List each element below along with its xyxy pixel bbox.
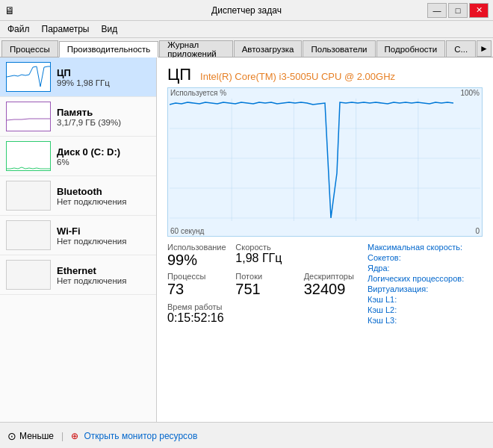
menu-bar: Файл Параметры Вид (0, 21, 493, 38)
tab-users[interactable]: Пользователи (303, 40, 375, 57)
detail-subtitle: Intel(R) Core(TM) i3-5005U CPU @ 2.00GHz (200, 71, 395, 82)
l3-label: Кэш L3: (368, 316, 483, 325)
tab-more[interactable]: С... (446, 40, 476, 57)
usage-label: Использование (167, 243, 226, 252)
chart-label-60s: 60 секунд (170, 227, 204, 235)
stat-empty (304, 243, 363, 269)
cpu-chart: Используется % 100% 60 секунд 0 (167, 87, 483, 237)
info-right: Максимальная скорость: Сокетов: Ядра: Ло… (363, 243, 483, 325)
disk-label: Диск 0 (C: D:) (57, 146, 150, 158)
title-bar-controls: — □ ✕ (427, 3, 489, 18)
bottom-divider: | (61, 431, 63, 441)
close-button[interactable]: ✕ (469, 3, 489, 18)
sockets-label: Сокетов: (368, 253, 483, 262)
sidebar-item-memory[interactable]: Память 3,1/7,9 ГБ (39%) (0, 97, 156, 137)
ethernet-label: Ethernet (57, 265, 150, 276)
wifi-value: Нет подключения (57, 237, 150, 246)
detail-header: ЦП Intel(R) Core(TM) i3-5005U CPU @ 2.00… (167, 65, 483, 84)
handles-value: 32409 (304, 281, 363, 298)
title-bar-left: 🖥 (4, 4, 15, 16)
virt-label: Виртуализация: (368, 284, 483, 293)
tab-performance[interactable]: Производительность (59, 41, 159, 57)
tab-processes[interactable]: Процессы (1, 40, 58, 57)
less-button[interactable]: ⊙ Меньше (7, 430, 54, 442)
sidebar: ЦП 99% 1,98 ГГц Память 3,1/7,9 ГБ (39%) (0, 57, 157, 422)
minimize-button[interactable]: — (427, 3, 447, 18)
handles-label: Дескрипторы (304, 272, 363, 281)
uptime-value: 0:15:52:16 (167, 311, 363, 325)
stat-usage: Использование 99% (167, 243, 226, 269)
sidebar-item-wifi[interactable]: Wi-Fi Нет подключения (0, 216, 156, 255)
up-arrow-icon: ⊙ (7, 430, 16, 442)
tab-startup[interactable]: Автозагрузка (234, 40, 303, 57)
wifi-thumbnail (6, 220, 51, 250)
stats-area: Использование 99% Скорость 1,98 ГГц Проц… (167, 243, 483, 325)
stat-speed: Скорость 1,98 ГГц (235, 243, 294, 269)
mem-label: Память (57, 107, 150, 118)
disk-info: Диск 0 (C: D:) 6% (57, 146, 150, 167)
logical-label: Логических процессоров: (368, 274, 483, 283)
monitor-icon: ⊕ (71, 431, 78, 441)
usage-value: 99% (167, 252, 226, 269)
bluetooth-label: Bluetooth (57, 186, 150, 197)
stat-threads: Потоки 751 (235, 272, 294, 298)
speed-label: Скорость (235, 243, 294, 252)
threads-label: Потоки (235, 272, 294, 281)
sidebar-item-bluetooth[interactable]: Bluetooth Нет подключения (0, 176, 156, 216)
app-icon: 🖥 (4, 4, 15, 16)
cpu-chart-svg (168, 88, 482, 230)
wifi-label: Wi-Fi (57, 225, 150, 237)
menu-params[interactable]: Параметры (37, 22, 94, 36)
detail-title: ЦП (167, 65, 191, 84)
tab-details[interactable]: Подробности (376, 40, 446, 57)
threads-value: 751 (235, 281, 294, 298)
open-monitor-link[interactable]: ⊕ Открыть монитор ресурсов (71, 431, 197, 441)
bluetooth-thumbnail (6, 181, 51, 211)
main-content: ЦП 99% 1,98 ГГц Память 3,1/7,9 ГБ (39%) (0, 57, 493, 422)
sidebar-item-disk[interactable]: Диск 0 (C: D:) 6% (0, 137, 156, 176)
processes-label: Процессы (167, 272, 226, 281)
ethernet-value: Нет подключения (57, 276, 150, 285)
mem-thumbnail (6, 102, 51, 131)
sidebar-item-ethernet[interactable]: Ethernet Нет подключения (0, 255, 156, 295)
ethernet-info: Ethernet Нет подключения (57, 265, 150, 285)
window-title: Диспетчер задач (211, 5, 282, 16)
ethernet-thumbnail (6, 260, 51, 290)
cores-label: Ядра: (368, 264, 483, 273)
tabs-bar: Процессы Производительность Журнал прило… (0, 38, 493, 57)
cpu-mini-chart (7, 63, 50, 91)
bottom-bar: ⊙ Меньше | ⊕ Открыть монитор ресурсов (0, 422, 493, 448)
title-bar: 🖥 Диспетчер задач — □ ✕ (0, 0, 493, 21)
disk-value: 6% (57, 158, 150, 167)
tab-app-history[interactable]: Журнал приложений (159, 40, 232, 57)
stats-left: Использование 99% Скорость 1,98 ГГц Проц… (167, 243, 363, 325)
mem-info: Память 3,1/7,9 ГБ (39%) (57, 107, 150, 127)
disk-mini-chart (7, 142, 50, 170)
menu-view[interactable]: Вид (96, 22, 122, 36)
cpu-value: 99% 1,98 ГГц (57, 78, 150, 87)
l1-label: Кэш L1: (368, 295, 483, 304)
menu-file[interactable]: Файл (3, 22, 34, 36)
cpu-thumbnail (6, 62, 51, 92)
stats-grid: Использование 99% Скорость 1,98 ГГц Проц… (167, 243, 363, 298)
chart-label-0: 0 (475, 227, 480, 235)
bluetooth-value: Нет подключения (57, 197, 150, 206)
stat-handles: Дескрипторы 32409 (304, 272, 363, 298)
cpu-info: ЦП 99% 1,98 ГГц (57, 67, 150, 87)
sidebar-item-cpu[interactable]: ЦП 99% 1,98 ГГц (0, 57, 156, 97)
max-speed-label: Максимальная скорость: (368, 243, 483, 252)
uptime-label: Время работы (167, 302, 363, 311)
monitor-label: Открыть монитор ресурсов (84, 431, 197, 441)
tabs-scroll-arrow[interactable]: ► (477, 40, 492, 57)
less-label: Меньше (19, 431, 54, 441)
bluetooth-info: Bluetooth Нет подключения (57, 186, 150, 206)
wifi-info: Wi-Fi Нет подключения (57, 225, 150, 246)
l2-label: Кэш L2: (368, 305, 483, 314)
maximize-button[interactable]: □ (448, 3, 468, 18)
mem-mini-chart (7, 102, 50, 131)
processes-value: 73 (167, 281, 226, 298)
stat-processes: Процессы 73 (167, 272, 226, 298)
cpu-label: ЦП (57, 67, 150, 78)
chart-label-usage: Используется % (170, 89, 226, 97)
disk-thumbnail (6, 141, 51, 171)
